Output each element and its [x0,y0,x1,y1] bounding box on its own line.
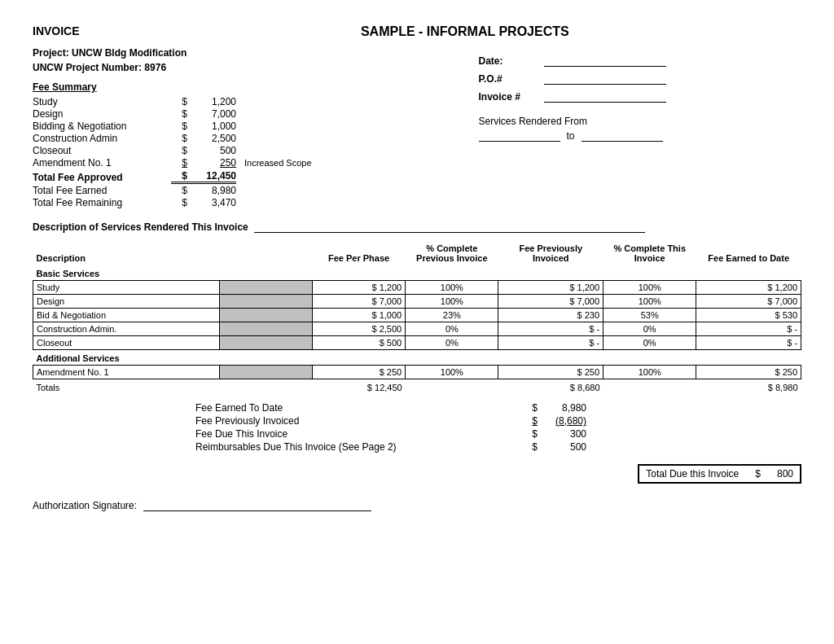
earned-study: $ 1,200 [696,281,801,295]
project-name: UNCW Bldg Modification [72,47,187,59]
fee-dollar-amendment: $ [171,157,187,169]
fee-remaining-amount: 3,470 [187,197,236,208]
fee-total-label: Total Fee Approved [33,172,171,183]
pct-prev-bid: 23% [406,309,498,322]
basic-services-label: Basic Services [33,265,801,281]
total-due-amount: 800 [777,468,793,480]
calc-dollar-3: $ [521,441,538,453]
description-services-label: Description of Services Rendered This In… [33,221,248,233]
desc-study: Study [33,281,220,295]
fee-bid: $ 1,000 [312,309,405,322]
additional-services-label: Additional Services [33,350,801,366]
pct-prev-amendment: 100% [406,366,498,379]
invoice-table: Description Fee Per Phase % Complete Pre… [33,241,801,394]
fee-earned-label: Total Fee Earned [33,185,171,196]
totals-gray [219,379,312,395]
fee-calculations-section: Fee Earned To Date $ 8,980 Fee Previousl… [33,402,801,453]
invoice-hash-line [544,91,666,103]
th-fee-earned-to-date: Fee Earned to Date [696,241,801,265]
th-pct-complete-this: % Complete This Invoice [604,241,696,265]
calc-row-1: Fee Previously Invoiced $ (8,680) [195,415,801,427]
fee-label-study: Study [33,96,171,107]
services-to-line [582,130,663,142]
gray-bid [219,309,312,322]
po-line [544,73,666,85]
total-due-box: Total Due this Invoice $ 800 [638,464,801,484]
fee-dollar-closeout: $ [171,145,187,156]
calc-amount-3: 500 [538,441,586,453]
total-due-section: Total Due this Invoice $ 800 [33,464,801,484]
auth-label: Authorization Signature: [33,500,137,511]
fee-design: $ 7,000 [312,295,405,309]
fee-row-construction: Construction Admin $ 2,500 [33,133,455,144]
pct-prev-construction: 0% [406,322,498,336]
fee-study: $ 1,200 [312,281,405,295]
calc-label-3: Reimbursables Due This Invoice (See Page… [195,441,521,453]
gray-design [219,295,312,309]
project-number-label: UNCW Project Number: [33,62,142,73]
auth-line [143,500,371,511]
table-row-bid: Bid & Negotiation $ 1,000 23% $ 230 53% … [33,309,801,322]
totals-fee: $ 12,450 [312,379,405,395]
fee-label-amendment: Amendment No. 1 [33,157,171,169]
pct-prev-study: 100% [406,281,498,295]
table-row-design: Design $ 7,000 100% $ 7,000 100% $ 7,000 [33,295,801,309]
fee-row-closeout: Closeout $ 500 [33,145,455,156]
prev-inv-bid: $ 230 [498,309,604,322]
services-from-line [479,130,560,142]
date-line [544,55,666,67]
calc-amount-1: (8,680) [538,415,586,427]
earned-construction: $ - [696,322,801,336]
calc-label-1: Fee Previously Invoiced [195,415,521,427]
calc-amount-0: 8,980 [538,402,586,414]
pct-this-design: 100% [604,295,696,309]
description-services-line [254,221,645,233]
calc-row-3: Reimbursables Due This Invoice (See Page… [195,441,801,453]
fee-label-closeout: Closeout [33,145,171,156]
calc-dollar-2: $ [521,428,538,440]
fee-note-amendment: Increased Scope [244,158,312,168]
gray-closeout [219,336,312,350]
fee-amount-bidding: 1,000 [187,120,236,132]
fee-total-dollar: $ [171,170,187,184]
invoice-hash-label: Invoice # [479,91,544,103]
fee-earned-dollar: $ [171,185,187,196]
total-due-dollar: $ [755,468,761,480]
prev-inv-closeout: $ - [498,336,604,350]
date-label: Date: [479,55,544,67]
th-fee-per-phase: Fee Per Phase [312,241,405,265]
pct-this-closeout: 0% [604,336,696,350]
fee-dollar-design: $ [171,108,187,120]
pct-this-construction: 0% [604,322,696,336]
project-label: Project: [33,47,69,59]
calc-row-2: Fee Due This Invoice $ 300 [195,428,801,440]
calc-dollar-0: $ [521,402,538,414]
fee-amount-study: 1,200 [187,96,236,107]
prev-inv-amendment: $ 250 [498,366,604,379]
totals-pct-prev [406,379,498,395]
table-row-construction: Construction Admin. $ 2,500 0% $ - 0% $ … [33,322,801,336]
gray-study [219,281,312,295]
fee-row-amendment: Amendment No. 1 $ 250 Increased Scope [33,157,455,169]
fee-amount-closeout: 500 [187,145,236,156]
doc-title: SAMPLE - INFORMAL PROJECTS [80,24,801,39]
totals-earned: $ 8,980 [696,379,801,395]
th-description: Description [33,241,220,265]
fee-remaining-label: Total Fee Remaining [33,197,171,208]
fee-dollar-bidding: $ [171,120,187,132]
fee-remaining-dollar: $ [171,197,187,208]
fee-amount-design: 7,000 [187,108,236,120]
pct-prev-design: 100% [406,295,498,309]
fee-row-earned: Total Fee Earned $ 8,980 [33,185,455,196]
totals-pct-this [604,379,696,395]
prev-inv-study: $ 1,200 [498,281,604,295]
th-gray-space [219,241,312,265]
fee-total-amount: 12,450 [187,170,236,184]
totals-label: Totals [33,379,220,395]
table-row-study: Study $ 1,200 100% $ 1,200 100% $ 1,200 [33,281,801,295]
total-due-label: Total Due this Invoice [646,468,739,480]
desc-bid: Bid & Negotiation [33,309,220,322]
pct-this-amendment: 100% [604,366,696,379]
services-rendered-label: Services Rendered From [479,116,801,127]
desc-closeout: Closeout [33,336,220,350]
